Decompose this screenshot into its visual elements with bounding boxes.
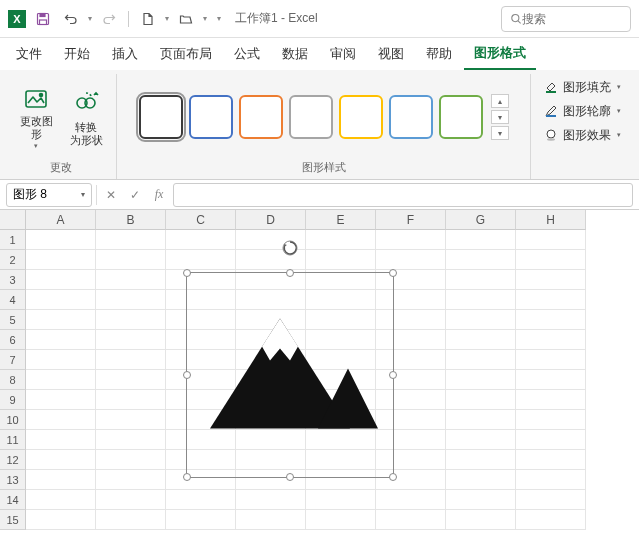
qat-customize-icon[interactable]: ▾ bbox=[217, 14, 221, 23]
open-button[interactable] bbox=[175, 8, 197, 30]
gallery-down-button[interactable]: ▾ bbox=[491, 110, 509, 124]
shape-fill-button[interactable]: 图形填充 ▾ bbox=[539, 76, 625, 98]
tab-formulas[interactable]: 公式 bbox=[224, 39, 270, 69]
style-swatch-5[interactable] bbox=[389, 95, 433, 139]
cell[interactable] bbox=[376, 250, 446, 270]
tab-review[interactable]: 审阅 bbox=[320, 39, 366, 69]
gallery-more-button[interactable]: ▾ bbox=[491, 126, 509, 140]
cell[interactable] bbox=[516, 450, 586, 470]
cell[interactable] bbox=[96, 350, 166, 370]
row-header[interactable]: 11 bbox=[0, 430, 26, 450]
cell[interactable] bbox=[166, 230, 236, 250]
cell[interactable] bbox=[96, 470, 166, 490]
cell[interactable] bbox=[516, 290, 586, 310]
gallery-up-button[interactable]: ▴ bbox=[491, 94, 509, 108]
selected-shape-frame[interactable] bbox=[186, 272, 394, 478]
name-box-dropdown-icon[interactable]: ▾ bbox=[81, 190, 85, 199]
row-header[interactable]: 5 bbox=[0, 310, 26, 330]
resize-handle-ne[interactable] bbox=[389, 269, 397, 277]
cell[interactable] bbox=[166, 510, 236, 530]
cell[interactable] bbox=[516, 330, 586, 350]
tab-graphics-format[interactable]: 图形格式 bbox=[464, 38, 536, 70]
resize-handle-s[interactable] bbox=[286, 473, 294, 481]
resize-handle-se[interactable] bbox=[389, 473, 397, 481]
style-swatch-6[interactable] bbox=[439, 95, 483, 139]
cell[interactable] bbox=[516, 470, 586, 490]
cell[interactable] bbox=[306, 230, 376, 250]
cell[interactable] bbox=[26, 470, 96, 490]
tab-insert[interactable]: 插入 bbox=[102, 39, 148, 69]
row-header[interactable]: 12 bbox=[0, 450, 26, 470]
tab-file[interactable]: 文件 bbox=[6, 39, 52, 69]
cell[interactable] bbox=[516, 370, 586, 390]
cell[interactable] bbox=[446, 470, 516, 490]
resize-handle-nw[interactable] bbox=[183, 269, 191, 277]
cell[interactable] bbox=[26, 510, 96, 530]
new-file-button[interactable] bbox=[137, 8, 159, 30]
redo-button[interactable] bbox=[98, 8, 120, 30]
cell[interactable] bbox=[446, 370, 516, 390]
select-all-corner[interactable] bbox=[0, 210, 26, 230]
tab-home[interactable]: 开始 bbox=[54, 39, 100, 69]
cell[interactable] bbox=[516, 490, 586, 510]
style-swatch-2[interactable] bbox=[239, 95, 283, 139]
cell[interactable] bbox=[26, 370, 96, 390]
cell[interactable] bbox=[96, 410, 166, 430]
cell[interactable] bbox=[26, 330, 96, 350]
rotation-handle[interactable] bbox=[281, 239, 299, 257]
cell[interactable] bbox=[26, 430, 96, 450]
cell[interactable] bbox=[96, 290, 166, 310]
cell[interactable] bbox=[516, 270, 586, 290]
cell[interactable] bbox=[516, 430, 586, 450]
row-header[interactable]: 15 bbox=[0, 510, 26, 530]
row-header[interactable]: 4 bbox=[0, 290, 26, 310]
cell[interactable] bbox=[26, 230, 96, 250]
cell[interactable] bbox=[446, 430, 516, 450]
cell[interactable] bbox=[446, 510, 516, 530]
style-swatch-3[interactable] bbox=[289, 95, 333, 139]
row-header[interactable]: 13 bbox=[0, 470, 26, 490]
cell[interactable] bbox=[96, 370, 166, 390]
undo-button[interactable] bbox=[60, 8, 82, 30]
row-header[interactable]: 14 bbox=[0, 490, 26, 510]
tab-data[interactable]: 数据 bbox=[272, 39, 318, 69]
cell[interactable] bbox=[376, 490, 446, 510]
cell[interactable] bbox=[166, 250, 236, 270]
resize-handle-n[interactable] bbox=[286, 269, 294, 277]
tab-page-layout[interactable]: 页面布局 bbox=[150, 39, 222, 69]
resize-handle-e[interactable] bbox=[389, 371, 397, 379]
cell[interactable] bbox=[516, 350, 586, 370]
row-header[interactable]: 7 bbox=[0, 350, 26, 370]
cell[interactable] bbox=[26, 390, 96, 410]
undo-more-icon[interactable]: ▾ bbox=[88, 14, 92, 23]
search-box[interactable] bbox=[501, 6, 631, 32]
resize-handle-w[interactable] bbox=[183, 371, 191, 379]
cell[interactable] bbox=[516, 310, 586, 330]
row-header[interactable]: 3 bbox=[0, 270, 26, 290]
formula-input[interactable] bbox=[182, 184, 624, 206]
cell[interactable] bbox=[446, 310, 516, 330]
cell[interactable] bbox=[26, 310, 96, 330]
cell[interactable] bbox=[96, 310, 166, 330]
shape-outline-button[interactable]: 图形轮廓 ▾ bbox=[539, 100, 625, 122]
row-header[interactable]: 1 bbox=[0, 230, 26, 250]
cell[interactable] bbox=[446, 350, 516, 370]
cell[interactable] bbox=[446, 230, 516, 250]
worksheet-grid[interactable]: A B C D E F G H 123456789101112131415 bbox=[0, 210, 639, 560]
cell[interactable] bbox=[306, 490, 376, 510]
cell[interactable] bbox=[236, 490, 306, 510]
cell[interactable] bbox=[516, 510, 586, 530]
convert-to-shape-button[interactable]: 转换 为形状 bbox=[64, 84, 108, 150]
cell[interactable] bbox=[96, 250, 166, 270]
open-more-icon[interactable]: ▾ bbox=[203, 14, 207, 23]
cell[interactable] bbox=[166, 490, 236, 510]
row-header[interactable]: 6 bbox=[0, 330, 26, 350]
cell[interactable] bbox=[26, 250, 96, 270]
cell[interactable] bbox=[446, 270, 516, 290]
col-header[interactable]: C bbox=[166, 210, 236, 230]
cell[interactable] bbox=[376, 230, 446, 250]
shape-effects-button[interactable]: 图形效果 ▾ bbox=[539, 124, 625, 146]
cell[interactable] bbox=[446, 490, 516, 510]
cell[interactable] bbox=[26, 350, 96, 370]
mountain-icon[interactable] bbox=[200, 309, 380, 442]
